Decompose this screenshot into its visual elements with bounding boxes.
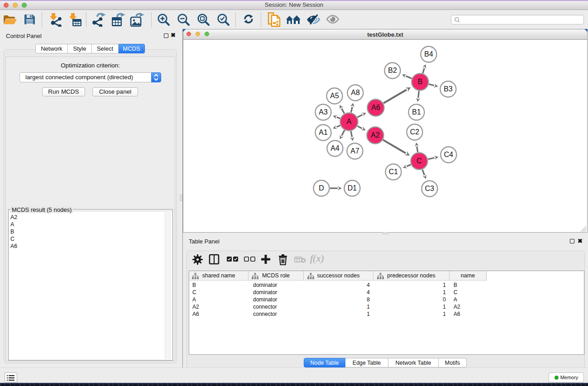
- svg-text:B1: B1: [412, 108, 421, 116]
- svg-text:C: C: [416, 157, 422, 165]
- svg-text:D1: D1: [348, 184, 357, 192]
- svg-text:A5: A5: [330, 92, 339, 100]
- svg-text:C1: C1: [389, 168, 398, 176]
- svg-text:C2: C2: [410, 128, 420, 136]
- svg-text:A1: A1: [319, 129, 328, 136]
- svg-text:B4: B4: [424, 50, 433, 58]
- svg-text:B2: B2: [388, 67, 397, 74]
- svg-text:B: B: [418, 78, 423, 86]
- svg-text:A: A: [347, 118, 352, 125]
- svg-text:B3: B3: [444, 85, 453, 93]
- svg-text:C3: C3: [425, 185, 435, 192]
- svg-text:A7: A7: [350, 147, 359, 155]
- svg-text:A2: A2: [371, 131, 380, 139]
- svg-text:A4: A4: [330, 144, 339, 152]
- svg-text:A8: A8: [351, 89, 360, 96]
- svg-text:D: D: [319, 184, 324, 192]
- svg-text:A3: A3: [319, 108, 328, 116]
- svg-text:A6: A6: [371, 104, 380, 111]
- svg-text:C4: C4: [444, 151, 454, 158]
